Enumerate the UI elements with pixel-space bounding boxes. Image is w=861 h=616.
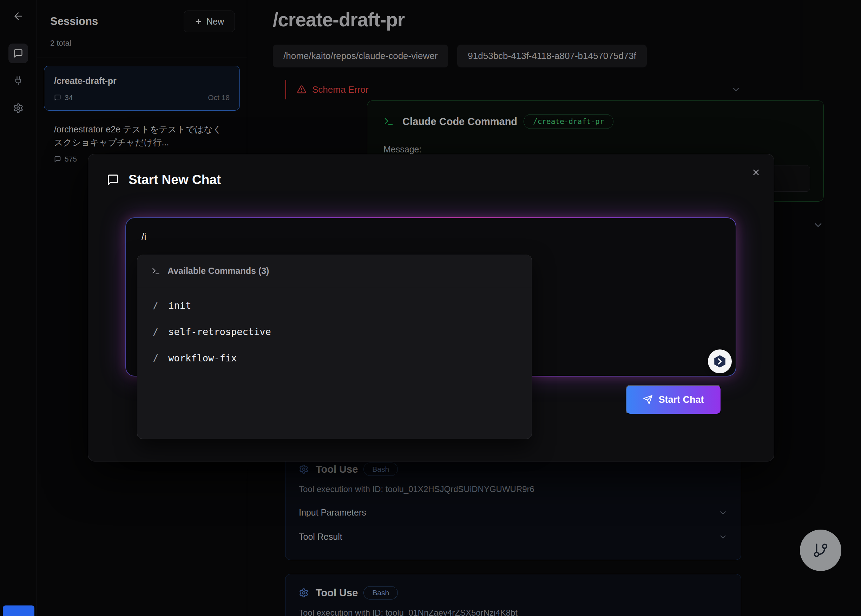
start-new-chat-modal: Start New Chat /i Available Commands (3) <box>88 154 774 462</box>
command-suggestions-dropdown: Available Commands (3) / init / self-ret… <box>137 255 532 439</box>
command-prefix: / <box>153 353 159 363</box>
message-square-icon <box>107 173 119 186</box>
modal-title: Start New Chat <box>129 173 221 187</box>
command-list: / init / self-retrospective / workflow-f… <box>137 287 532 376</box>
command-name: init <box>168 300 191 311</box>
start-chat-label: Start Chat <box>658 394 704 405</box>
send-icon <box>643 395 653 405</box>
hexagon-send-icon <box>712 354 727 369</box>
close-modal-button[interactable] <box>746 163 766 182</box>
available-commands-label: Available Commands (3) <box>168 266 269 276</box>
close-icon <box>751 168 761 178</box>
modal-header: Start New Chat <box>107 173 221 187</box>
command-item-init[interactable]: / init <box>137 292 532 319</box>
command-prefix: / <box>153 326 159 337</box>
command-name: self-retrospective <box>168 326 271 337</box>
command-item-self-retrospective[interactable]: / self-retrospective <box>137 319 532 345</box>
command-item-workflow-fix[interactable]: / workflow-fix <box>137 345 532 371</box>
command-prefix: / <box>153 300 159 311</box>
input-submit-button[interactable] <box>708 349 732 373</box>
command-name: workflow-fix <box>168 353 237 363</box>
terminal-icon <box>151 267 160 276</box>
app-root: Sessions New 2 total /create-draft-pr <box>0 0 861 616</box>
dropdown-header: Available Commands (3) <box>137 255 532 287</box>
start-chat-button[interactable]: Start Chat <box>626 385 721 415</box>
dev-indicator-badge[interactable] <box>3 605 35 616</box>
